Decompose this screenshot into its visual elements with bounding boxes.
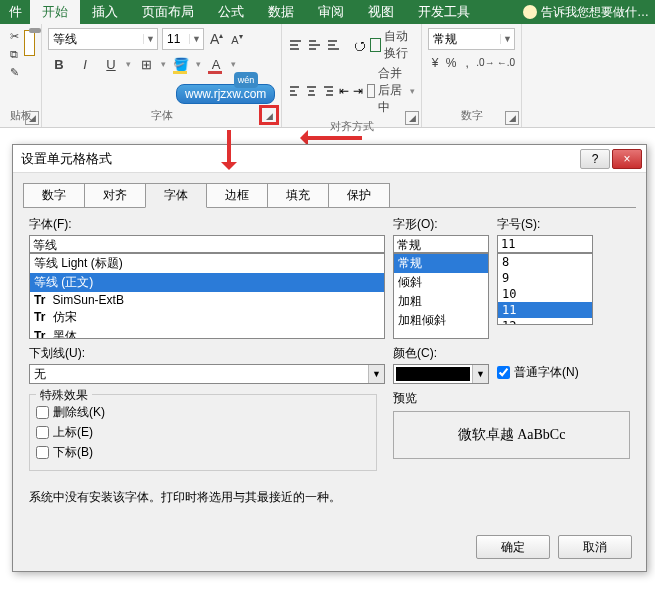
tab-insert[interactable]: 插入 — [80, 0, 130, 25]
help-button[interactable]: ? — [580, 149, 610, 169]
comma-format-icon[interactable]: , — [460, 53, 474, 73]
font-size-combo[interactable]: 11 ▼ — [162, 28, 204, 50]
chevron-down-icon: ▼ — [500, 34, 514, 44]
number-format-combo[interactable]: 常规 ▼ — [428, 28, 515, 50]
font-input[interactable]: 等线 — [29, 235, 385, 253]
list-item[interactable]: 加粗倾斜 — [394, 311, 488, 330]
style-label: 字形(O): — [393, 216, 489, 233]
wrap-text-label[interactable]: 自动换行 — [384, 28, 415, 62]
list-item[interactable]: Tr SimSun-ExtB — [30, 292, 384, 308]
underline-value: 无 — [30, 365, 368, 383]
underline-button[interactable]: U — [100, 53, 122, 75]
style-column: 字形(O): 常规 常规 倾斜 加粗 加粗倾斜 — [393, 216, 489, 339]
list-item[interactable]: 9 — [498, 270, 592, 286]
list-item[interactable]: 等线 (正文) — [30, 273, 384, 292]
merge-icon — [367, 84, 376, 98]
ribbon-body: ✂ ⧉ ✎ 贴板 ◢ 等线 ▼ 11 ▼ A▴ A▾ B I U ▾ — [0, 24, 655, 128]
close-button[interactable]: × — [612, 149, 642, 169]
list-item[interactable]: 常规 — [394, 254, 488, 273]
tab-page-layout[interactable]: 页面布局 — [130, 0, 206, 25]
tab-review[interactable]: 审阅 — [306, 0, 356, 25]
tab-view[interactable]: 视图 — [356, 0, 406, 25]
file-tab-stub[interactable]: 件 — [5, 0, 30, 25]
style-input[interactable]: 常规 — [393, 235, 489, 253]
align-right-icon[interactable] — [322, 82, 335, 100]
tab-developer[interactable]: 开发工具 — [406, 0, 482, 25]
list-item[interactable]: Tr 黑体 — [30, 327, 384, 339]
percent-format-icon[interactable]: % — [444, 53, 458, 73]
font-color-button[interactable]: A — [205, 53, 227, 75]
clipboard-launcher[interactable]: ◢ — [25, 111, 39, 125]
ok-button[interactable]: 确定 — [476, 535, 550, 559]
list-item[interactable]: 8 — [498, 254, 592, 270]
shrink-font-icon[interactable]: A▾ — [229, 32, 244, 46]
accounting-format-icon[interactable]: ¥ — [428, 53, 442, 73]
bulb-icon — [523, 5, 537, 19]
dlg-tab-number[interactable]: 数字 — [23, 183, 85, 207]
dlg-tab-border[interactable]: 边框 — [206, 183, 268, 207]
size-listbox[interactable]: 8 9 10 11 12 14 — [497, 253, 593, 325]
preview-label: 预览 — [393, 391, 417, 405]
italic-button[interactable]: I — [74, 53, 96, 75]
font-listbox[interactable]: 等线 Light (标题) 等线 (正文) Tr SimSun-ExtB Tr … — [29, 253, 385, 339]
effects-legend: 特殊效果 — [36, 387, 92, 404]
list-item[interactable]: 11 — [498, 302, 592, 318]
color-combo[interactable]: ▼ — [393, 364, 489, 384]
strikethrough-checkbox[interactable] — [36, 406, 49, 419]
font-dialog-launcher[interactable]: ◢ — [259, 105, 279, 125]
number-launcher[interactable]: ◢ — [505, 111, 519, 125]
list-item[interactable]: 倾斜 — [394, 273, 488, 292]
subscript-checkbox[interactable] — [36, 446, 49, 459]
tell-me[interactable]: 告诉我您想要做什… — [523, 4, 655, 21]
dialog-tab-strip: 数字 对齐 字体 边框 填充 保护 — [13, 173, 646, 207]
dlg-tab-font[interactable]: 字体 — [145, 183, 207, 208]
list-item[interactable]: Tr 仿宋 — [30, 308, 384, 327]
alignment-launcher[interactable]: ◢ — [405, 111, 419, 125]
underline-label: 下划线(U): — [29, 345, 385, 362]
align-bottom-icon[interactable] — [326, 36, 341, 54]
list-item[interactable]: 12 — [498, 318, 592, 325]
format-painter-icon[interactable]: ✎ — [6, 64, 22, 80]
color-label: 颜色(C): — [393, 345, 489, 362]
decrease-indent-icon[interactable]: ⇤ — [339, 84, 349, 98]
dlg-tab-fill[interactable]: 填充 — [267, 183, 329, 207]
tab-data[interactable]: 数据 — [256, 0, 306, 25]
annotation-arrow-v — [227, 130, 231, 168]
orientation-icon[interactable]: ⭯ — [353, 38, 366, 53]
style-listbox[interactable]: 常规 倾斜 加粗 加粗倾斜 — [393, 253, 489, 339]
list-item[interactable]: 等线 Light (标题) — [30, 254, 384, 273]
cut-icon[interactable]: ✂ — [6, 28, 22, 44]
clipboard-group: ✂ ⧉ ✎ 贴板 ◢ — [0, 24, 42, 127]
annotation-arrow-h — [302, 136, 362, 140]
align-center-icon[interactable] — [305, 82, 318, 100]
underline-combo[interactable]: 无 ▼ — [29, 364, 385, 384]
dlg-tab-alignment[interactable]: 对齐 — [84, 183, 146, 207]
color-column: 颜色(C): ▼ — [393, 345, 489, 384]
tab-home[interactable]: 开始 — [30, 0, 80, 25]
size-label: 字号(S): — [497, 216, 593, 233]
decrease-decimal-icon[interactable]: ←.0 — [497, 53, 515, 73]
align-left-icon[interactable] — [288, 82, 301, 100]
paste-icon[interactable] — [24, 30, 35, 56]
chevron-down-icon: ▼ — [143, 34, 157, 44]
list-item[interactable]: 10 — [498, 286, 592, 302]
border-button[interactable]: ⊞ — [135, 53, 157, 75]
size-input[interactable]: 11 — [497, 235, 593, 253]
merge-center-label[interactable]: 合并后居中 — [378, 65, 407, 116]
superscript-checkbox[interactable] — [36, 426, 49, 439]
increase-indent-icon[interactable]: ⇥ — [353, 84, 363, 98]
bold-button[interactable]: B — [48, 53, 70, 75]
tab-formulas[interactable]: 公式 — [206, 0, 256, 25]
normal-font-checkbox[interactable] — [497, 366, 510, 379]
increase-decimal-icon[interactable]: .0→ — [476, 53, 494, 73]
dlg-tab-protection[interactable]: 保护 — [328, 183, 390, 207]
align-middle-icon[interactable] — [307, 36, 322, 54]
tell-me-text: 告诉我您想要做什… — [541, 4, 649, 21]
align-top-icon[interactable] — [288, 36, 303, 54]
list-item[interactable]: 加粗 — [394, 292, 488, 311]
cancel-button[interactable]: 取消 — [558, 535, 632, 559]
font-name-combo[interactable]: 等线 ▼ — [48, 28, 158, 50]
copy-icon[interactable]: ⧉ — [6, 46, 22, 62]
fill-color-button[interactable]: 🪣 — [170, 53, 192, 75]
grow-font-icon[interactable]: A▴ — [208, 31, 225, 47]
